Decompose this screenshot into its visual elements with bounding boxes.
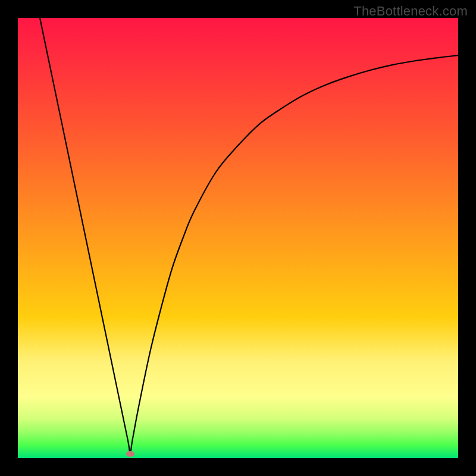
chart-frame: TheBottleneck.com [0,0,476,476]
optimum-marker [126,451,134,457]
bottleneck-curve [18,18,458,458]
plot-area [18,18,458,458]
watermark-text: TheBottleneck.com [353,4,468,19]
